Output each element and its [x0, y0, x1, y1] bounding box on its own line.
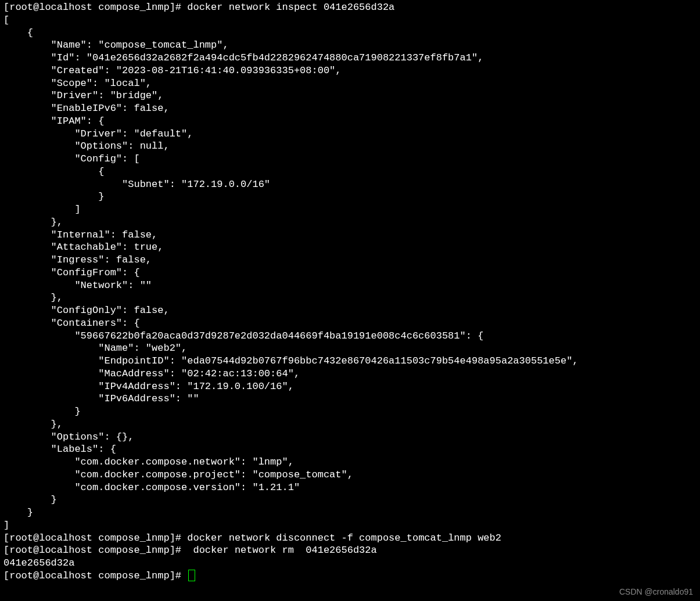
- json-block: [ { "Name": "compose_tomcat_lnmp", "Id":…: [3, 15, 579, 531]
- cmd3-output: 041e2656d32a: [3, 557, 74, 568]
- prompt-line-4: [root@localhost compose_lnmp]#: [3, 570, 187, 581]
- terminal-output[interactable]: [root@localhost compose_lnmp]# docker ne…: [0, 0, 700, 582]
- prompt-line-2: [root@localhost compose_lnmp]# docker ne…: [3, 532, 501, 544]
- prompt-line-1: [root@localhost compose_lnmp]# docker ne…: [3, 2, 394, 13]
- cursor-icon: [188, 570, 195, 581]
- prompt-line-3: [root@localhost compose_lnmp]# docker ne…: [3, 545, 377, 556]
- watermark: CSDN @cronaldo91: [619, 587, 693, 598]
